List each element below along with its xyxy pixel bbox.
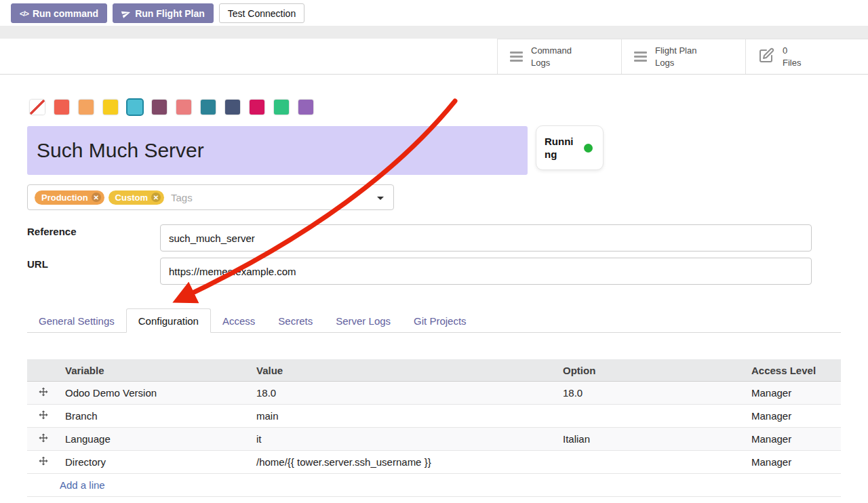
drag-handle-icon[interactable] bbox=[27, 382, 60, 405]
table-row[interactable]: Branch main Manager bbox=[27, 405, 841, 428]
tag-custom[interactable]: Custom ✕ bbox=[108, 190, 164, 205]
flight-plan-logs-button[interactable]: Flight Plan Logs bbox=[621, 39, 745, 74]
swatch-navy[interactable] bbox=[225, 100, 240, 115]
variable-cell[interactable]: Odoo Demo Version bbox=[60, 382, 251, 405]
separator-strip bbox=[0, 26, 868, 39]
files-count-label: 0 Files bbox=[783, 45, 801, 68]
tab-secrets[interactable]: Secrets bbox=[267, 308, 324, 333]
table-row[interactable]: Directory /home/{{ tower.server.ssh_user… bbox=[27, 451, 841, 474]
access-cell[interactable]: Manager bbox=[746, 428, 841, 451]
remove-tag-icon[interactable]: ✕ bbox=[151, 193, 161, 202]
server-name-input[interactable] bbox=[27, 126, 528, 175]
files-button[interactable]: 0 Files bbox=[745, 39, 868, 74]
test-connection-label: Test Connection bbox=[228, 8, 296, 19]
status-widget[interactable]: Running bbox=[536, 125, 604, 170]
variables-table: Variable Value Option Access Level Odoo … bbox=[27, 359, 841, 497]
files-count: 0 bbox=[783, 45, 801, 57]
command-logs-label: Command Logs bbox=[531, 45, 589, 68]
swatch-violet[interactable] bbox=[298, 100, 313, 115]
test-connection-button[interactable]: Test Connection bbox=[219, 3, 304, 23]
action-buttons: </> Run command Run Flight Plan Test Con… bbox=[11, 3, 304, 23]
value-cell[interactable]: main bbox=[251, 405, 557, 428]
files-label: Files bbox=[783, 57, 801, 69]
tab-access[interactable]: Access bbox=[211, 308, 267, 333]
tag-production[interactable]: Production ✕ bbox=[35, 190, 104, 205]
tab-configuration[interactable]: Configuration bbox=[126, 308, 211, 333]
value-cell[interactable]: it bbox=[251, 428, 557, 451]
swatch-red[interactable] bbox=[54, 100, 69, 115]
drag-handle-icon[interactable] bbox=[27, 451, 60, 474]
run-flight-plan-button[interactable]: Run Flight Plan bbox=[113, 3, 214, 23]
remove-tag-icon[interactable]: ✕ bbox=[92, 193, 101, 202]
tags-placeholder: Tags bbox=[171, 192, 193, 203]
run-command-button[interactable]: </> Run command bbox=[11, 3, 107, 23]
list-icon bbox=[510, 52, 523, 62]
paper-plane-icon bbox=[120, 7, 132, 20]
swatch-green[interactable] bbox=[274, 100, 289, 115]
stat-band: Command Logs Flight Plan Logs 0 Files bbox=[0, 39, 868, 75]
option-cell[interactable] bbox=[557, 451, 746, 474]
add-line-row: Add a line bbox=[27, 474, 841, 497]
swatch-yellow[interactable] bbox=[103, 100, 118, 115]
reference-label: Reference bbox=[27, 226, 77, 237]
access-cell[interactable]: Manager bbox=[746, 451, 841, 474]
swatch-cyan[interactable] bbox=[127, 100, 142, 115]
access-cell[interactable]: Manager bbox=[746, 382, 841, 405]
value-column-header: Value bbox=[251, 359, 557, 382]
swatch-dark-purple[interactable] bbox=[152, 100, 167, 115]
swatch-no-color[interactable] bbox=[30, 100, 45, 115]
top-action-bar: </> Run command Run Flight Plan Test Con… bbox=[0, 0, 868, 26]
variable-cell[interactable]: Branch bbox=[60, 405, 251, 428]
url-label: URL bbox=[27, 258, 48, 270]
swatch-magenta[interactable] bbox=[250, 100, 264, 115]
status-running-dot bbox=[584, 144, 593, 153]
swatch-teal[interactable] bbox=[201, 100, 216, 115]
code-icon: </> bbox=[20, 9, 28, 18]
tab-git-projects[interactable]: Git Projects bbox=[402, 308, 478, 333]
swatch-salmon[interactable] bbox=[176, 100, 191, 115]
value-cell[interactable]: 18.0 bbox=[251, 382, 557, 405]
table-row[interactable]: Language it Italian Manager bbox=[27, 428, 841, 451]
option-column-header: Option bbox=[557, 359, 746, 382]
add-a-line-link[interactable]: Add a line bbox=[60, 479, 105, 491]
stat-button-group: Command Logs Flight Plan Logs 0 Files bbox=[497, 39, 868, 74]
variable-cell[interactable]: Language bbox=[60, 428, 251, 451]
access-column-header: Access Level bbox=[746, 359, 841, 382]
drag-handle-icon[interactable] bbox=[27, 405, 60, 428]
run-command-label: Run command bbox=[33, 8, 98, 19]
flight-plan-logs-label: Flight Plan Logs bbox=[655, 45, 713, 68]
variable-cell[interactable]: Directory bbox=[60, 451, 251, 474]
variable-column-header: Variable bbox=[60, 359, 251, 382]
handle-column-header bbox=[27, 359, 60, 382]
notebook-tabs: General Settings Configuration Access Se… bbox=[27, 308, 841, 333]
dropdown-caret-icon[interactable] bbox=[377, 197, 384, 200]
command-logs-button[interactable]: Command Logs bbox=[497, 39, 621, 74]
tab-general-settings[interactable]: General Settings bbox=[27, 308, 126, 333]
status-label: Running bbox=[545, 135, 578, 161]
tab-server-logs[interactable]: Server Logs bbox=[324, 308, 402, 333]
color-swatch-row bbox=[30, 100, 313, 115]
edit-pencil-icon bbox=[758, 47, 774, 66]
option-cell[interactable]: 18.0 bbox=[557, 382, 746, 405]
access-cell[interactable]: Manager bbox=[746, 405, 841, 428]
tag-production-label: Production bbox=[41, 193, 88, 203]
run-flight-plan-label: Run Flight Plan bbox=[135, 8, 205, 19]
drag-handle-icon[interactable] bbox=[27, 428, 60, 451]
url-input[interactable] bbox=[160, 258, 812, 285]
option-cell[interactable]: Italian bbox=[557, 428, 746, 451]
table-header-row: Variable Value Option Access Level bbox=[27, 359, 841, 382]
value-cell[interactable]: /home/{{ tower.server.ssh_username }} bbox=[251, 451, 557, 474]
list-icon bbox=[634, 52, 647, 62]
table-row[interactable]: Odoo Demo Version 18.0 18.0 Manager bbox=[27, 382, 841, 405]
tag-custom-label: Custom bbox=[115, 193, 148, 203]
server-form-page: </> Run command Run Flight Plan Test Con… bbox=[0, 0, 868, 503]
reference-input[interactable] bbox=[160, 224, 812, 252]
tags-input[interactable]: Production ✕ Custom ✕ Tags bbox=[27, 184, 394, 210]
swatch-orange[interactable] bbox=[79, 100, 94, 115]
option-cell[interactable] bbox=[557, 405, 746, 428]
